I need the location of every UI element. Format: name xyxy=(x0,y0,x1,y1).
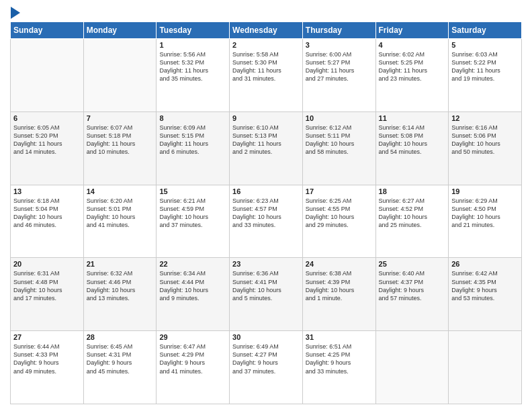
day-number: 12 xyxy=(451,114,519,122)
calendar-cell: 28Sunrise: 6:45 AM Sunset: 4:31 PM Dayli… xyxy=(83,331,157,404)
day-info: Sunrise: 6:34 AM Sunset: 4:44 PM Dayligh… xyxy=(159,269,226,302)
day-number: 21 xyxy=(87,260,154,268)
day-info: Sunrise: 6:20 AM Sunset: 5:01 PM Dayligh… xyxy=(87,197,154,230)
weekday-header-friday: Friday xyxy=(375,22,449,39)
weekday-header-thursday: Thursday xyxy=(302,22,375,39)
day-info: Sunrise: 6:42 AM Sunset: 4:35 PM Dayligh… xyxy=(451,269,519,302)
day-info: Sunrise: 6:09 AM Sunset: 5:15 PM Dayligh… xyxy=(159,124,226,156)
calendar-cell: 7Sunrise: 6:07 AM Sunset: 5:18 PM Daylig… xyxy=(83,111,157,185)
calendar-cell: 12Sunrise: 6:16 AM Sunset: 5:06 PM Dayli… xyxy=(449,111,522,185)
day-number: 25 xyxy=(379,260,446,268)
calendar-cell: 25Sunrise: 6:40 AM Sunset: 4:37 PM Dayli… xyxy=(375,258,449,331)
calendar-cell xyxy=(449,331,522,404)
day-number: 29 xyxy=(159,333,226,341)
calendar-cell: 11Sunrise: 6:14 AM Sunset: 5:08 PM Dayli… xyxy=(375,111,449,185)
day-number: 3 xyxy=(306,41,373,49)
weekday-header-saturday: Saturday xyxy=(449,22,522,39)
day-info: Sunrise: 6:31 AM Sunset: 4:48 PM Dayligh… xyxy=(13,269,81,302)
weekday-header-tuesday: Tuesday xyxy=(157,22,230,39)
weekday-header-wednesday: Wednesday xyxy=(230,22,303,39)
day-info: Sunrise: 6:12 AM Sunset: 5:11 PM Dayligh… xyxy=(306,124,373,156)
day-number: 23 xyxy=(232,260,300,268)
day-info: Sunrise: 6:18 AM Sunset: 5:04 PM Dayligh… xyxy=(13,197,81,230)
calendar-cell: 10Sunrise: 6:12 AM Sunset: 5:11 PM Dayli… xyxy=(302,111,375,185)
day-info: Sunrise: 6:16 AM Sunset: 5:06 PM Dayligh… xyxy=(451,124,519,156)
page: SundayMondayTuesdayWednesdayThursdayFrid… xyxy=(0,0,532,411)
day-info: Sunrise: 6:27 AM Sunset: 4:52 PM Dayligh… xyxy=(379,197,446,230)
weekday-header-monday: Monday xyxy=(83,22,157,39)
weekday-header-sunday: Sunday xyxy=(11,22,84,39)
day-number: 28 xyxy=(87,333,154,341)
day-info: Sunrise: 6:14 AM Sunset: 5:08 PM Dayligh… xyxy=(379,124,446,156)
day-number: 9 xyxy=(232,114,300,122)
logo-arrow-icon xyxy=(11,7,20,19)
day-number: 26 xyxy=(451,260,519,268)
weekday-header-row: SundayMondayTuesdayWednesdayThursdayFrid… xyxy=(11,22,522,39)
day-number: 11 xyxy=(379,114,446,122)
calendar-cell: 6Sunrise: 6:05 AM Sunset: 5:20 PM Daylig… xyxy=(11,111,84,185)
day-info: Sunrise: 6:21 AM Sunset: 4:59 PM Dayligh… xyxy=(159,197,226,230)
day-number: 16 xyxy=(232,187,300,195)
day-number: 7 xyxy=(87,114,154,122)
calendar-cell: 16Sunrise: 6:23 AM Sunset: 4:57 PM Dayli… xyxy=(230,185,303,258)
calendar-cell xyxy=(11,39,84,112)
calendar-cell: 19Sunrise: 6:29 AM Sunset: 4:50 PM Dayli… xyxy=(449,185,522,258)
day-info: Sunrise: 6:10 AM Sunset: 5:13 PM Dayligh… xyxy=(232,124,300,156)
day-info: Sunrise: 6:03 AM Sunset: 5:22 PM Dayligh… xyxy=(451,50,519,83)
header xyxy=(10,7,522,16)
calendar-cell: 4Sunrise: 6:02 AM Sunset: 5:25 PM Daylig… xyxy=(375,39,449,112)
calendar-cell: 22Sunrise: 6:34 AM Sunset: 4:44 PM Dayli… xyxy=(157,258,230,331)
calendar-cell xyxy=(375,331,449,404)
day-info: Sunrise: 5:58 AM Sunset: 5:30 PM Dayligh… xyxy=(232,50,300,83)
calendar-cell: 29Sunrise: 6:47 AM Sunset: 4:29 PM Dayli… xyxy=(157,331,230,404)
week-row-1: 1Sunrise: 5:56 AM Sunset: 5:32 PM Daylig… xyxy=(11,39,522,112)
calendar-cell: 20Sunrise: 6:31 AM Sunset: 4:48 PM Dayli… xyxy=(11,258,84,331)
day-number: 10 xyxy=(306,114,373,122)
day-number: 20 xyxy=(13,260,81,268)
day-number: 5 xyxy=(451,41,519,49)
day-number: 6 xyxy=(13,114,81,122)
week-row-3: 13Sunrise: 6:18 AM Sunset: 5:04 PM Dayli… xyxy=(11,185,522,258)
calendar-cell: 8Sunrise: 6:09 AM Sunset: 5:15 PM Daylig… xyxy=(157,111,230,185)
day-number: 22 xyxy=(159,260,226,268)
day-info: Sunrise: 6:02 AM Sunset: 5:25 PM Dayligh… xyxy=(379,50,446,83)
day-number: 18 xyxy=(379,187,446,195)
calendar-cell: 15Sunrise: 6:21 AM Sunset: 4:59 PM Dayli… xyxy=(157,185,230,258)
day-number: 8 xyxy=(159,114,226,122)
calendar-cell: 31Sunrise: 6:51 AM Sunset: 4:25 PM Dayli… xyxy=(302,331,375,404)
day-info: Sunrise: 6:07 AM Sunset: 5:18 PM Dayligh… xyxy=(87,124,154,156)
day-info: Sunrise: 6:40 AM Sunset: 4:37 PM Dayligh… xyxy=(379,269,446,302)
day-number: 1 xyxy=(159,41,226,49)
calendar-cell: 14Sunrise: 6:20 AM Sunset: 5:01 PM Dayli… xyxy=(83,185,157,258)
day-info: Sunrise: 6:32 AM Sunset: 4:46 PM Dayligh… xyxy=(87,269,154,302)
day-number: 15 xyxy=(159,187,226,195)
calendar-cell: 21Sunrise: 6:32 AM Sunset: 4:46 PM Dayli… xyxy=(83,258,157,331)
day-number: 24 xyxy=(306,260,373,268)
calendar-cell: 13Sunrise: 6:18 AM Sunset: 5:04 PM Dayli… xyxy=(11,185,84,258)
day-info: Sunrise: 6:38 AM Sunset: 4:39 PM Dayligh… xyxy=(306,269,373,302)
calendar-cell: 26Sunrise: 6:42 AM Sunset: 4:35 PM Dayli… xyxy=(449,258,522,331)
day-number: 2 xyxy=(232,41,300,49)
calendar-cell: 30Sunrise: 6:49 AM Sunset: 4:27 PM Dayli… xyxy=(230,331,303,404)
day-number: 4 xyxy=(379,41,446,49)
day-number: 30 xyxy=(232,333,300,341)
calendar-cell: 18Sunrise: 6:27 AM Sunset: 4:52 PM Dayli… xyxy=(375,185,449,258)
week-row-4: 20Sunrise: 6:31 AM Sunset: 4:48 PM Dayli… xyxy=(11,258,522,331)
calendar-cell xyxy=(83,39,157,112)
day-info: Sunrise: 6:29 AM Sunset: 4:50 PM Dayligh… xyxy=(451,197,519,230)
calendar-cell: 27Sunrise: 6:44 AM Sunset: 4:33 PM Dayli… xyxy=(11,331,84,404)
week-row-5: 27Sunrise: 6:44 AM Sunset: 4:33 PM Dayli… xyxy=(11,331,522,404)
day-info: Sunrise: 6:36 AM Sunset: 4:41 PM Dayligh… xyxy=(232,269,300,302)
day-info: Sunrise: 6:47 AM Sunset: 4:29 PM Dayligh… xyxy=(159,342,226,375)
day-number: 13 xyxy=(13,187,81,195)
day-info: Sunrise: 5:56 AM Sunset: 5:32 PM Dayligh… xyxy=(159,50,226,83)
day-info: Sunrise: 6:05 AM Sunset: 5:20 PM Dayligh… xyxy=(13,124,81,156)
logo xyxy=(10,7,20,16)
day-number: 17 xyxy=(306,187,373,195)
day-info: Sunrise: 6:45 AM Sunset: 4:31 PM Dayligh… xyxy=(87,342,154,375)
calendar-cell: 23Sunrise: 6:36 AM Sunset: 4:41 PM Dayli… xyxy=(230,258,303,331)
calendar-cell: 1Sunrise: 5:56 AM Sunset: 5:32 PM Daylig… xyxy=(157,39,230,112)
calendar-cell: 5Sunrise: 6:03 AM Sunset: 5:22 PM Daylig… xyxy=(449,39,522,112)
day-info: Sunrise: 6:49 AM Sunset: 4:27 PM Dayligh… xyxy=(232,342,300,375)
calendar-cell: 2Sunrise: 5:58 AM Sunset: 5:30 PM Daylig… xyxy=(230,39,303,112)
